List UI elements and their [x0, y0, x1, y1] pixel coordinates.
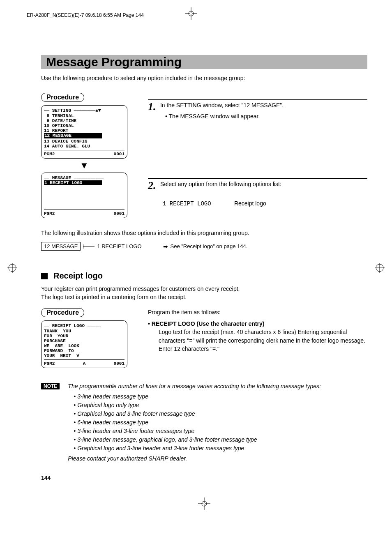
note-block: NOTE The programmable number of lines fo…: [41, 382, 367, 463]
options-diagram: 12 MESSAGE 1 RECEIPT LOGO ➡ See "Receipt…: [41, 242, 367, 251]
bullet-heading: • RECEIPT LOGO (Use the character entry): [148, 320, 367, 328]
list-item: 6-line header message type: [74, 418, 321, 427]
section-heading: Receipt logo: [41, 271, 367, 281]
screen-code: 0001: [114, 211, 125, 216]
registration-mark-icon: [375, 263, 385, 274]
square-bullet-icon: [41, 273, 48, 279]
option-code: 1 RECEIPT LOGO: [163, 200, 233, 207]
body-line: The logo text is printed in a centering …: [41, 293, 367, 301]
note-badge: NOTE: [41, 383, 60, 389]
step-text: Select any option from the following opt…: [160, 180, 281, 189]
list-item: 3-line header message, graphical logo, a…: [74, 435, 321, 444]
note-intro: The programmable number of lines for a m…: [68, 382, 321, 391]
arrow-right-icon: ➡: [163, 243, 168, 250]
diagram-box: 12 MESSAGE: [41, 242, 81, 251]
crop-mark-icon: [41, 497, 367, 510]
screen-header: —— RECEIPT LOGO —————: [44, 323, 125, 328]
diagram-branch: 1 RECEIPT LOGO: [97, 243, 141, 249]
section-body: Your register can print programmed messa…: [41, 285, 367, 302]
diagram-reference: See "Receipt logo" on page 144.: [171, 243, 248, 249]
screen-mid: A: [83, 361, 86, 366]
screen-header: —— MESSAGE ———————————: [44, 175, 125, 180]
program-lead: Program the item as follows:: [148, 308, 367, 316]
list-item: Graphical logo only type: [74, 401, 321, 410]
list-item: 3-line header and 3-line footer messages…: [74, 427, 321, 435]
illustration-intro: The following illustration shows those o…: [41, 230, 367, 236]
screen-code: 0001: [114, 152, 125, 157]
step-text: In the SETTING window, select "12 MESSAG…: [160, 101, 284, 110]
step-1: 1. In the SETTING window, select "12 MES…: [148, 99, 367, 121]
screen-mode: PGM2: [44, 361, 55, 366]
step-number: 2.: [148, 180, 156, 191]
section-title: Receipt logo: [53, 271, 103, 281]
down-arrow-icon: ▼: [41, 160, 127, 171]
procedure-label: Procedure: [41, 93, 84, 102]
step-subtext: • The MESSAGE window will appear.: [165, 112, 367, 121]
screen-mode: PGM2: [44, 152, 55, 157]
crop-mark-icon: [185, 7, 197, 20]
note-list: 3-line header message type Graphical log…: [68, 392, 321, 453]
step-number: 1.: [148, 101, 156, 112]
terminal-screen-receipt-logo: —— RECEIPT LOGO ————— THANK YOU FOR YOUR…: [41, 320, 127, 368]
note-outro: Please contact your authorized SHARP dea…: [68, 454, 321, 463]
screen-items: 8 TERMINAL 9 DATE/TIME 10 OPTIONAL 11 RE…: [44, 113, 125, 133]
page-title: Message Programming: [44, 55, 182, 69]
list-item: Graphical logo and 3-line header and 3-l…: [74, 444, 321, 453]
screen-highlight: 12 MESSAGE: [44, 133, 102, 138]
screen-highlight: 1 RECEIPT LOGO: [44, 180, 102, 185]
bullet-detail: Logo text for the receipt (max. 40 chara…: [159, 328, 367, 353]
list-item: Graphical logo and 3-line footer message…: [74, 410, 321, 418]
procedure-label: Procedure: [41, 308, 84, 317]
screen-items: 13 DEVICE CONFIG 14 AUTO GENE. GLU: [44, 139, 125, 149]
step-2: 2. Select any option from the following …: [148, 178, 367, 207]
terminal-screen-message: —— MESSAGE ——————————— 1 RECEIPT LOGO PG…: [41, 173, 127, 218]
option-desc: Receipt logo: [234, 200, 266, 207]
screen-mode: PGM2: [44, 211, 55, 216]
screen-header: —— SETTING ————————▲▼: [44, 108, 125, 113]
registration-mark-icon: [7, 263, 17, 274]
screen-code: 0001: [114, 361, 125, 366]
title-bar: Message Programming: [41, 55, 367, 69]
page-number: 144: [41, 474, 367, 481]
intro-text: Use the following procedure to select an…: [41, 75, 367, 81]
body-line: Your register can print programmed messa…: [41, 285, 367, 293]
terminal-screen-setting: —— SETTING ————————▲▼ 8 TERMINAL 9 DATE/…: [41, 105, 127, 159]
screen-lines: THANK YOU FOR YOUR PURCHASE WE ARE LOOK …: [44, 329, 125, 359]
list-item: 3-line header message type: [74, 392, 321, 401]
